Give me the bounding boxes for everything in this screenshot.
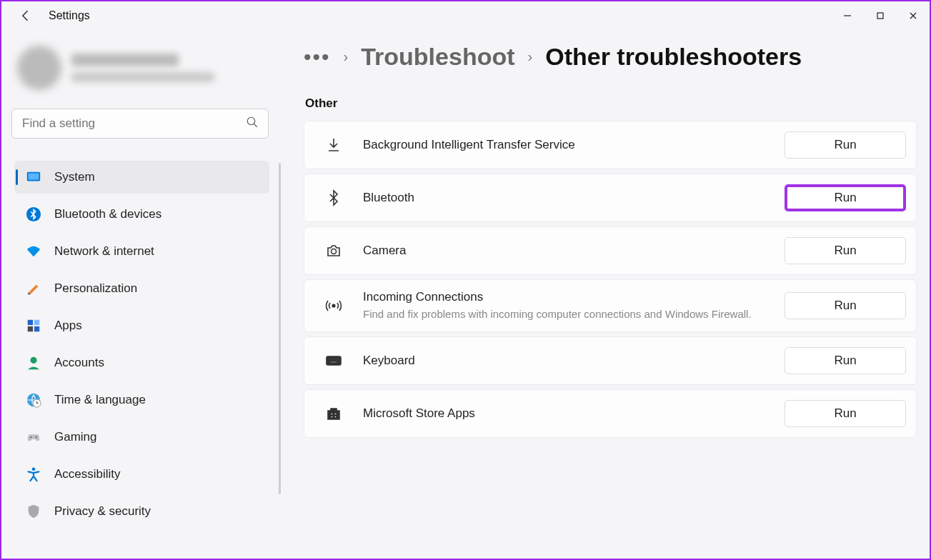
nav-list: System Bluetooth & devices Network & int… xyxy=(11,159,272,530)
profile-email xyxy=(71,72,214,82)
svg-point-15 xyxy=(36,436,37,438)
network-icon xyxy=(26,244,41,259)
svg-point-18 xyxy=(332,304,335,307)
svg-point-16 xyxy=(32,467,36,471)
sidebar-item-label: Accounts xyxy=(54,356,104,370)
sidebar-item-label: Accessibility xyxy=(54,467,121,481)
sidebar-item-label: Bluetooth & devices xyxy=(54,207,161,221)
troubleshooter-card: Bluetooth Run xyxy=(304,174,917,222)
svg-rect-1 xyxy=(877,13,883,19)
section-heading: Other xyxy=(305,96,917,111)
card-title: Microsoft Store Apps xyxy=(363,406,785,421)
accessibility-icon xyxy=(26,466,41,482)
breadcrumb-more[interactable]: ••• xyxy=(304,45,331,69)
bluetooth-icon xyxy=(26,206,41,222)
sidebar: System Bluetooth & devices Network & int… xyxy=(1,30,284,559)
card-subtitle: Find and fix problems with incoming comp… xyxy=(363,307,763,321)
svg-rect-9 xyxy=(28,326,33,331)
avatar xyxy=(17,46,61,90)
maximize-button[interactable] xyxy=(864,1,897,30)
troubleshooter-card: Camera Run xyxy=(304,226,917,275)
troubleshooter-card: Microsoft Store Apps Run xyxy=(304,389,917,438)
privacy-icon xyxy=(26,504,41,519)
page-title: Other troubleshooters xyxy=(545,43,802,71)
svg-point-14 xyxy=(30,436,31,438)
back-button[interactable] xyxy=(14,4,37,27)
app-title: Settings xyxy=(49,9,90,22)
sidebar-item-label: Network & internet xyxy=(54,244,154,259)
system-icon xyxy=(26,169,41,185)
troubleshooter-list: Background Intelligent Transfer Service … xyxy=(304,121,917,438)
troubleshooter-card: Incoming Connections Find and fix proble… xyxy=(304,279,917,332)
svg-rect-26 xyxy=(334,413,337,415)
svg-rect-5 xyxy=(29,174,39,180)
svg-rect-8 xyxy=(34,320,39,325)
card-title: Camera xyxy=(363,244,785,258)
close-button[interactable] xyxy=(897,1,930,30)
svg-rect-25 xyxy=(331,413,333,415)
profile-name xyxy=(71,54,179,66)
accounts-icon xyxy=(26,355,41,371)
svg-rect-20 xyxy=(329,359,330,360)
run-button[interactable]: Run xyxy=(785,237,906,264)
profile-block[interactable] xyxy=(11,39,284,109)
troubleshooter-card: Keyboard Run xyxy=(304,336,917,385)
profile-text xyxy=(71,54,214,82)
card-title: Incoming Connections xyxy=(363,290,785,304)
sidebar-item-apps[interactable]: Apps xyxy=(14,309,269,342)
apps-icon xyxy=(26,318,41,334)
sidebar-item-network[interactable]: Network & internet xyxy=(14,235,269,268)
sidebar-item-accessibility[interactable]: Accessibility xyxy=(14,458,269,491)
sidebar-item-label: Apps xyxy=(54,319,82,333)
run-button[interactable]: Run xyxy=(785,400,906,427)
svg-rect-10 xyxy=(34,326,39,331)
svg-rect-28 xyxy=(334,416,337,418)
svg-line-3 xyxy=(254,124,257,127)
keyboard-icon xyxy=(324,351,343,370)
camera-icon xyxy=(324,241,343,260)
card-title: Background Intelligent Transfer Service xyxy=(363,138,785,152)
breadcrumb: ••• › Troubleshoot › Other troubleshoote… xyxy=(304,43,917,71)
search-input[interactable] xyxy=(11,109,269,139)
svg-rect-24 xyxy=(330,361,337,363)
time-language-icon xyxy=(26,392,41,408)
bluetooth-icon xyxy=(324,189,343,207)
title-bar: Settings xyxy=(1,1,930,30)
sidebar-item-accounts[interactable]: Accounts xyxy=(14,346,269,379)
svg-rect-23 xyxy=(337,359,339,360)
search-icon xyxy=(246,116,259,131)
run-button[interactable]: Run xyxy=(785,184,906,211)
card-title: Keyboard xyxy=(363,354,785,368)
svg-point-17 xyxy=(332,249,337,254)
sidebar-item-system[interactable]: System xyxy=(14,161,269,194)
chevron-right-icon: › xyxy=(344,49,349,65)
store-icon xyxy=(324,404,343,423)
sidebar-item-time-language[interactable]: Time & language xyxy=(14,384,269,416)
sidebar-item-personalization[interactable]: Personalization xyxy=(14,272,269,305)
sidebar-item-label: System xyxy=(54,170,95,184)
svg-rect-27 xyxy=(331,416,333,418)
sidebar-item-label: Time & language xyxy=(54,393,146,407)
sidebar-item-label: Privacy & security xyxy=(54,504,151,519)
svg-rect-21 xyxy=(332,359,333,360)
card-title: Bluetooth xyxy=(363,191,785,205)
window-controls xyxy=(831,1,930,30)
sidebar-item-label: Gaming xyxy=(54,430,97,444)
run-button[interactable]: Run xyxy=(785,347,906,374)
svg-rect-22 xyxy=(334,359,336,360)
sidebar-item-bluetooth[interactable]: Bluetooth & devices xyxy=(14,198,269,231)
svg-rect-19 xyxy=(327,356,341,365)
personalization-icon xyxy=(26,281,41,296)
download-icon xyxy=(324,136,343,154)
chevron-right-icon: › xyxy=(528,49,533,65)
main-content: ••• › Troubleshoot › Other troubleshoote… xyxy=(284,30,930,559)
run-button[interactable]: Run xyxy=(785,292,906,319)
sidebar-item-gaming[interactable]: Gaming xyxy=(14,421,269,454)
minimize-button[interactable] xyxy=(831,1,864,30)
sidebar-item-privacy[interactable]: Privacy & security xyxy=(14,495,269,528)
svg-point-2 xyxy=(247,117,255,125)
breadcrumb-parent[interactable]: Troubleshoot xyxy=(361,43,514,71)
search-box xyxy=(11,109,269,139)
gaming-icon xyxy=(26,429,41,445)
run-button[interactable]: Run xyxy=(785,131,906,159)
